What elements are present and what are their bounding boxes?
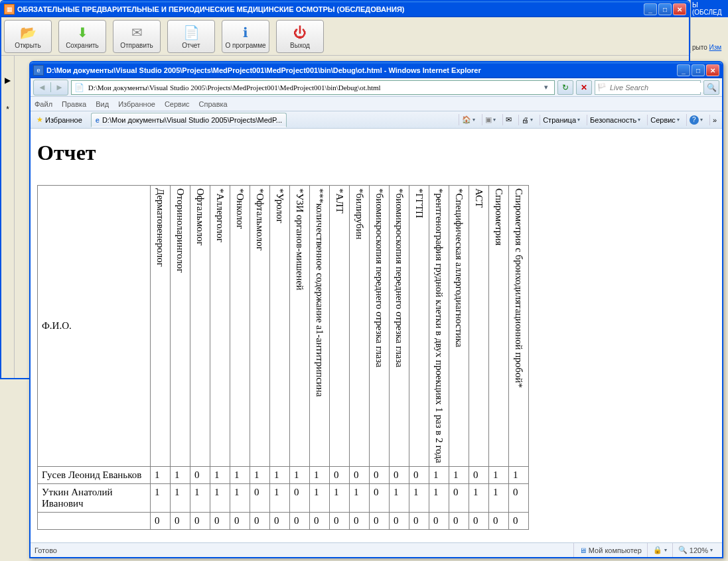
- toolbar-btn-0[interactable]: 📂Открыть: [4, 20, 52, 53]
- cell-val: 0: [330, 512, 350, 529]
- zoom-icon: 🔍: [678, 546, 688, 554]
- minimize-button[interactable]: _: [644, 3, 657, 15]
- toolbar-icon-3: 📄: [182, 23, 200, 42]
- bg-frag-link[interactable]: Изм: [709, 44, 722, 51]
- toolbar-label-0: Открыть: [15, 42, 40, 49]
- search-go-button[interactable]: 🔍: [703, 80, 719, 95]
- toolbar-btn-4[interactable]: ℹО программе: [222, 20, 269, 53]
- cell-val: 0: [330, 466, 350, 483]
- ie-menu-1[interactable]: Правка: [62, 100, 86, 108]
- cell-val: 0: [310, 512, 330, 529]
- col-3: *Аллерголог: [210, 186, 230, 467]
- mail-button[interactable]: ✉: [502, 114, 514, 125]
- ie-close-button[interactable]: ✕: [706, 64, 719, 76]
- cell-val: 1: [270, 483, 290, 512]
- cell-val: 1: [151, 466, 171, 483]
- col-12: *биомикроскопия переднего отрезка глаза: [390, 186, 409, 467]
- left-strip: ▶*: [1, 56, 15, 378]
- cell-name: Гусев Леонид Еваньков: [38, 466, 151, 483]
- ie-menu-2[interactable]: Вид: [96, 100, 109, 108]
- refresh-button[interactable]: ↻: [557, 80, 573, 95]
- maximize-button[interactable]: □: [658, 3, 672, 15]
- cell-val: 0: [370, 466, 390, 483]
- ie-icon: e: [33, 65, 44, 76]
- help-button[interactable]: ?▾: [686, 114, 705, 126]
- close-button[interactable]: ✕: [673, 3, 686, 15]
- cell-val: 0: [370, 512, 390, 529]
- service-menu[interactable]: Сервис▾: [647, 115, 682, 125]
- feeds-button[interactable]: ▣▾: [482, 114, 498, 125]
- toolbar-btn-1[interactable]: ⬇Сохранить: [58, 20, 106, 53]
- status-zoom[interactable]: 🔍 120% ▾: [672, 543, 718, 557]
- ie-back-button[interactable]: ◄: [34, 82, 50, 92]
- status-protected[interactable]: 🔒▾: [647, 543, 672, 557]
- toolbar-icon-4: ℹ: [236, 23, 255, 42]
- toolbar-btn-2[interactable]: ✉Отправить: [113, 20, 161, 53]
- browser-tab[interactable]: e D:\Мои документы\Visual Studio 2005\Pr…: [91, 113, 287, 127]
- cell-val: 1: [230, 466, 250, 483]
- favorites-button[interactable]: ★ Избранное: [33, 114, 86, 125]
- cell-val: 1: [409, 483, 429, 512]
- table-row: Уткин Анатолий Иванович11111010111011101…: [38, 483, 529, 512]
- cell-val: 1: [210, 483, 230, 512]
- cell-val: 1: [330, 483, 350, 512]
- toolbar-btn-5[interactable]: ⏻Выход: [276, 20, 324, 53]
- main-title-text: ОБЯЗАТЕЛЬНЫЕ ПРЕДВАРИТЕЛЬНЫЕ И ПЕРИОДИЧЕ…: [17, 5, 644, 13]
- toolbar-icon-1: ⬇: [73, 23, 92, 42]
- stop-button[interactable]: ✕: [576, 80, 592, 95]
- cell-val: 1: [310, 483, 330, 512]
- col-16: АСТ: [469, 186, 489, 467]
- ie-menu-3[interactable]: Избранное: [118, 100, 155, 108]
- col-18: Спирометрия с бронходилятационной пробой…: [509, 186, 529, 467]
- cell-val: 0: [151, 512, 171, 529]
- cell-val: 1: [449, 466, 469, 483]
- status-zone: 🖥 Мой компьютер: [573, 543, 647, 557]
- ie-title-text: D:\Мои документы\Visual Studio 2005\Proj…: [46, 66, 677, 74]
- home-button[interactable]: 🏠▾: [459, 114, 478, 125]
- col-15: *Специфическая аллергодиагностика: [449, 186, 469, 467]
- toolbar-icon-2: ✉: [127, 23, 146, 42]
- address-input[interactable]: [87, 83, 538, 92]
- chevron-expand[interactable]: »: [709, 115, 719, 125]
- cell-name: Уткин Анатолий Иванович: [38, 483, 151, 512]
- shield-icon: 🔒: [653, 546, 662, 554]
- ie-fwd-button[interactable]: ►: [50, 82, 68, 92]
- security-menu[interactable]: Безопасность▾: [587, 115, 643, 125]
- search-box[interactable]: 🏳️: [595, 80, 701, 95]
- tab-label: D:\Мои документы\Visual Studio 2005\Proj…: [102, 116, 282, 124]
- ie-nav-row: ◄► 📄 ▾ ↻ ✕ 🏳️ 🔍: [31, 78, 722, 97]
- cell-val: 1: [350, 483, 370, 512]
- address-bar[interactable]: 📄 ▾: [71, 80, 555, 95]
- ie-status-bar: Готово 🖥 Мой компьютер 🔒▾ 🔍 120% ▾: [31, 542, 722, 557]
- cell-val: 0: [290, 483, 310, 512]
- toolbar-label-3: Отчет: [182, 42, 200, 49]
- cell-val: 0: [171, 512, 190, 529]
- cell-val: 1: [509, 466, 529, 483]
- toolbar-label-1: Сохранить: [66, 42, 99, 49]
- main-titlebar: ▦ ОБЯЗАТЕЛЬНЫЕ ПРЕДВАРИТЕЛЬНЫЕ И ПЕРИОДИ…: [1, 1, 689, 17]
- rss-icon: ▣: [485, 115, 492, 124]
- search-input[interactable]: [609, 83, 703, 92]
- cell-val: 0: [350, 466, 370, 483]
- cell-val: 1: [171, 466, 190, 483]
- toolbar-icon-0: 📂: [19, 23, 37, 42]
- ie-maximize-button[interactable]: □: [692, 64, 705, 76]
- print-button[interactable]: 🖨▾: [518, 115, 536, 125]
- col-fio: Ф.И.О.: [38, 186, 151, 467]
- cell-val: 0: [509, 483, 529, 512]
- address-dropdown-icon[interactable]: ▾: [541, 83, 551, 92]
- ie-minimize-button[interactable]: _: [677, 64, 690, 76]
- col-13: *ГГТП: [409, 186, 429, 467]
- ie-menu-5[interactable]: Справка: [199, 100, 228, 108]
- toolbar-btn-3[interactable]: 📄Отчет: [167, 20, 215, 53]
- toolbar-label-4: О программе: [225, 42, 265, 49]
- cell-val: 1: [429, 466, 449, 483]
- cell-val: 0: [190, 512, 210, 529]
- col-11: *биомикроскопия переднего отрезка глаза: [370, 186, 390, 467]
- computer-icon: 🖥: [579, 546, 587, 554]
- cell-val: 0: [509, 512, 529, 529]
- ie-menu-0[interactable]: Файл: [35, 100, 52, 108]
- page-menu[interactable]: Страница▾: [540, 115, 583, 125]
- cell-val: 0: [429, 512, 449, 529]
- ie-menu-4[interactable]: Сервис: [165, 100, 190, 108]
